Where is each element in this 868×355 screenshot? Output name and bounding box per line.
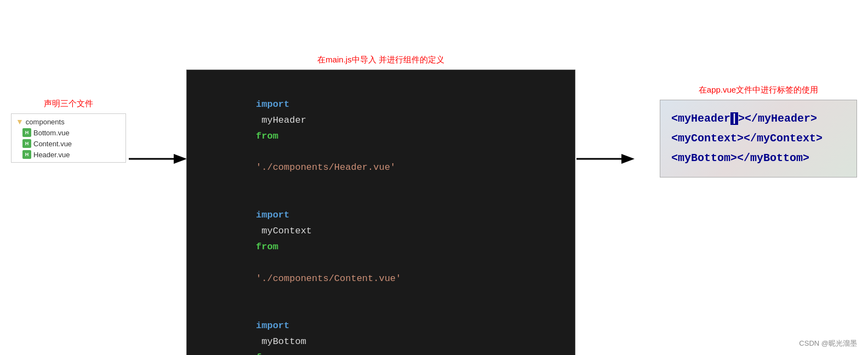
folder-name: components (26, 118, 65, 126)
right-panel: 在app.vue文件中进行标签的使用 <myHeader|></myHeader… (660, 85, 857, 178)
file-item-content[interactable]: H Content.vue (12, 138, 125, 149)
file-name-bottom: Bottom.vue (33, 129, 70, 137)
center-label: 在main.js中导入 并进行组件的定义 (186, 55, 575, 65)
app-vue-line-1: <myHeader|></myHeader> (671, 109, 846, 129)
code-line-2: import myContext from './components/Cont… (200, 192, 562, 302)
file-name-header: Header.vue (33, 151, 70, 159)
right-label: 在app.vue文件中进行标签的使用 (660, 85, 857, 95)
file-h-icon-2: H (22, 139, 31, 148)
code-line-1: import myHeader from './components/Heade… (200, 81, 562, 192)
app-vue-box: <myHeader|></myHeader> <myContext></myCo… (660, 100, 857, 178)
folder-item: ▼ components (12, 116, 125, 127)
app-vue-line-2: <myContext></myContext> (671, 129, 846, 148)
file-h-icon-3: H (22, 150, 31, 159)
file-name-content: Content.vue (33, 140, 72, 148)
file-h-icon: H (22, 128, 31, 137)
folder-icon: ▼ (16, 117, 24, 126)
file-tree: ▼ components H Bottom.vue H Content.vue … (11, 113, 126, 163)
code-content: import myHeader from './components/Heade… (200, 81, 562, 355)
file-item-bottom[interactable]: H Bottom.vue (12, 127, 125, 138)
arrow-left (128, 148, 188, 170)
page-container: 声明三个文件 ▼ components H Bottom.vue H Conte… (0, 0, 868, 355)
arrow-right (575, 148, 636, 170)
app-vue-line-3: <myBottom></myBottom> (671, 148, 846, 168)
file-item-header[interactable]: H Header.vue (12, 149, 125, 160)
center-panel: 在main.js中导入 并进行组件的定义 import myHeader fro… (186, 55, 575, 355)
cursor: | (730, 112, 738, 125)
left-label: 声明三个文件 (11, 99, 126, 109)
code-line-3: import myBottom from './components/Botto… (200, 302, 562, 355)
watermark: CSDN @昵光溜墨 (799, 339, 857, 348)
left-panel: 声明三个文件 ▼ components H Bottom.vue H Conte… (11, 99, 126, 163)
code-block: import myHeader from './components/Heade… (186, 70, 575, 355)
